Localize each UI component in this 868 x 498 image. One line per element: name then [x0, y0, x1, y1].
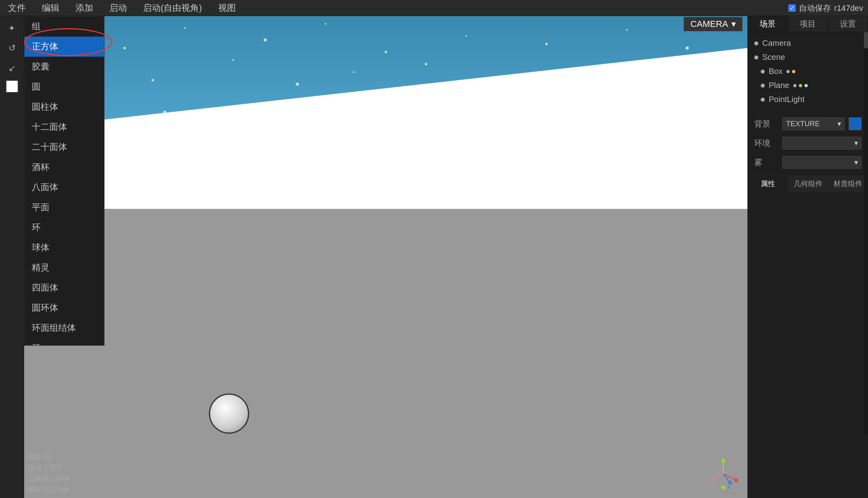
env-dropdown[interactable]: ▾	[782, 137, 862, 150]
right-properties: 背景 TEXTURE ▾ 环境 ▾ 雾 ▾	[748, 111, 868, 175]
tree-dot-camera	[754, 41, 758, 45]
tab-scene[interactable]: 场景	[748, 16, 788, 32]
dropdown-item-14[interactable]: 圆环体	[25, 298, 104, 318]
tab-settings[interactable]: 设置	[828, 16, 868, 32]
rotate-tool-button[interactable]: ↺	[4, 40, 20, 56]
camera-label: CAMERA	[690, 19, 728, 29]
fog-dropdown[interactable]: ▾	[782, 156, 862, 169]
autosave-checkbox[interactable]: ✓	[788, 4, 796, 12]
dropdown-item-3[interactable]: 圆	[25, 77, 104, 97]
dropdown-item-7[interactable]: 酒杯	[25, 157, 104, 177]
dropdown-item-13[interactable]: 四面体	[25, 278, 104, 298]
svg-text:X: X	[734, 476, 736, 480]
main-layout: + ↺ ↙ 组正方体胶囊圆圆柱体十二面体二十面体酒杯八面体平面环球体精灵四面体圆…	[0, 16, 868, 498]
svg-point-55	[711, 479, 714, 482]
dropdown-item-15[interactable]: 环面组结体	[25, 318, 104, 338]
scene-background	[24, 16, 747, 498]
bg-mode-dropdown[interactable]: TEXTURE ▾	[782, 117, 845, 130]
svg-point-7	[465, 35, 467, 37]
dropdown-item-2[interactable]: 胶囊	[25, 57, 104, 77]
dropdown-item-4[interactable]: 圆柱体	[25, 97, 104, 117]
menu-view[interactable]: 视图	[215, 0, 239, 16]
env-row: 环境 ▾	[754, 137, 862, 150]
tree-label-box: Box	[769, 67, 782, 76]
dropdown-item-10[interactable]: 环	[25, 217, 104, 238]
viewport-topbar: CAMERA ▾	[24, 16, 747, 32]
svg-point-12	[151, 79, 154, 82]
env-label: 环境	[754, 138, 778, 149]
prop-tab-material[interactable]: 材质组件	[828, 176, 868, 192]
tree-item-pointlight[interactable]: PointLight	[748, 92, 868, 107]
tree-item-scene[interactable]: Scene	[748, 50, 868, 64]
property-tabs: 属性 几何组件 材质组件	[748, 175, 868, 192]
tree-item-plane[interactable]: Plane	[748, 78, 868, 92]
env-dropdown-chevron: ▾	[854, 139, 858, 148]
tree-label-pointlight: PointLight	[769, 95, 805, 104]
svg-point-2	[123, 47, 126, 49]
tree-dot-sm-2	[792, 70, 795, 73]
tree-item-camera[interactable]: Camera	[748, 36, 868, 50]
tree-item-box[interactable]: Box	[748, 64, 868, 78]
dropdown-item-9[interactable]: 平面	[25, 197, 104, 217]
right-scrollbar[interactable]	[864, 32, 868, 434]
tree-dot-plane	[761, 84, 765, 88]
prop-tab-attributes[interactable]: 属性	[748, 176, 788, 192]
svg-point-15	[353, 72, 354, 73]
scene-sphere-object	[209, 393, 249, 434]
prop-tab-geometry[interactable]: 几何组件	[788, 176, 828, 192]
dropdown-item-5[interactable]: 十二面体	[25, 117, 104, 137]
svg-point-16	[425, 63, 427, 66]
autosave-label: 自动保存	[799, 3, 831, 14]
menu-add[interactable]: 添加	[72, 0, 96, 16]
object-count: 物体 63	[27, 451, 70, 462]
tree-label-scene: Scene	[762, 53, 785, 62]
tree-dots-box	[786, 70, 795, 73]
svg-point-4	[264, 39, 267, 42]
bg-row: 背景 TEXTURE ▾	[754, 117, 862, 130]
dropdown-item-0[interactable]: 组	[25, 16, 104, 37]
move-tool-button[interactable]: ↙	[4, 60, 20, 76]
dropdown-item-1[interactable]: 正方体	[25, 37, 104, 57]
status-bar: 物体 63 顶点 2,951 三角形 2,048 帧时 1.20 ms	[27, 451, 70, 495]
fog-dropdown-chevron: ▾	[854, 158, 858, 167]
bg-label: 背景	[754, 119, 778, 129]
autosave-area: ✓ 自动保存 r147dev	[788, 0, 863, 16]
right-scrollbar-thumb[interactable]	[864, 32, 868, 48]
fog-label: 雾	[754, 157, 778, 168]
dropdown-item-16[interactable]: 管	[25, 338, 104, 346]
menu-start[interactable]: 启动	[106, 0, 130, 16]
frame-time: 帧时 1.20 ms	[27, 484, 70, 495]
svg-rect-46	[24, 209, 747, 498]
svg-line-54	[713, 474, 723, 480]
svg-point-56	[721, 486, 725, 490]
bg-color-swatch[interactable]	[849, 117, 862, 130]
camera-dropdown-button[interactable]: CAMERA ▾	[684, 17, 743, 31]
menu-start-free[interactable]: 启动(自由视角)	[140, 0, 205, 16]
menu-bar: 文件 编辑 添加 启动 启动(自由视角) 视图 ✓ 自动保存 r147dev	[0, 0, 868, 16]
dropdown-item-8[interactable]: 八面体	[25, 177, 104, 197]
version-label: r147dev	[834, 4, 863, 13]
svg-point-13	[232, 59, 234, 61]
color-swatch[interactable]	[6, 80, 18, 92]
vertex-count: 顶点 2,951	[27, 462, 70, 473]
menu-file[interactable]: 文件	[5, 0, 29, 16]
dropdown-item-12[interactable]: 精灵	[25, 258, 104, 278]
svg-point-10	[686, 47, 689, 50]
right-panel-tabs: 场景 项目 设置	[748, 16, 868, 32]
dropdown-item-11[interactable]: 球体	[25, 238, 104, 258]
viewport[interactable]: CAMERA ▾ 物体 63 顶点 2,951 三角形 2,048 帧时 1.2…	[24, 16, 747, 498]
triangle-count: 三角形 2,048	[27, 473, 70, 484]
tree-dot-plane-1	[793, 84, 796, 87]
add-dropdown-menu: 组正方体胶囊圆圆柱体十二面体二十面体酒杯八面体平面环球体精灵四面体圆环体环面组结…	[24, 16, 104, 346]
tab-project[interactable]: 项目	[788, 16, 828, 32]
tree-dot-sm-1	[786, 70, 790, 73]
left-toolbar: + ↺ ↙	[0, 16, 24, 498]
menu-edit[interactable]: 编辑	[39, 0, 63, 16]
tree-label-camera: Camera	[762, 39, 791, 48]
svg-point-6	[385, 51, 387, 53]
add-tool-button[interactable]: +	[4, 20, 20, 36]
axis-widget: Y X Z	[707, 458, 739, 490]
svg-text:Y: Y	[722, 458, 724, 461]
dropdown-item-6[interactable]: 二十面体	[25, 137, 104, 157]
tree-dot-plane-3	[805, 84, 808, 87]
